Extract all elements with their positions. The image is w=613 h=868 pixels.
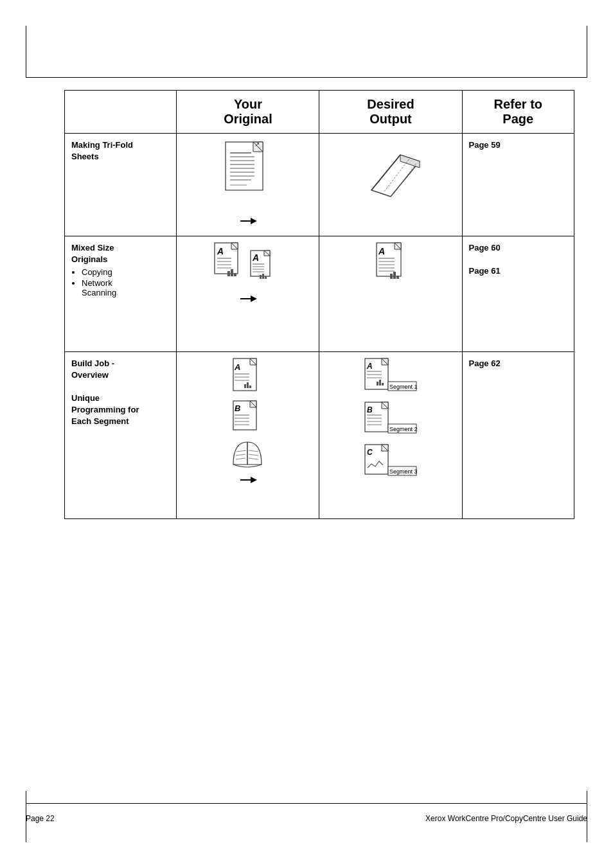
trifold-output-svg: [359, 139, 423, 203]
mixed-refer-text2: Page 61: [469, 266, 501, 276]
mixed-bullet-2: NetworkScanning: [82, 278, 170, 297]
feature-buildjob: Build Job -Overview UniqueProgramming fo…: [65, 352, 177, 519]
table-row: Build Job -Overview UniqueProgramming fo…: [65, 352, 574, 519]
svg-rect-58: [244, 384, 246, 388]
mixed-bullet-1: Copying: [82, 267, 170, 277]
segment1-svg: A Segment 1: [364, 357, 418, 397]
svg-rect-26: [227, 271, 230, 276]
svg-rect-60: [249, 385, 251, 388]
feature-trifold: Making Tri-FoldSheets: [65, 134, 177, 236]
header-desired: DesiredOutput: [367, 97, 414, 126]
buildjob-original-cell: A: [177, 352, 319, 519]
svg-rect-51: [396, 276, 399, 279]
buildjob-original-illustration: A: [183, 357, 312, 471]
footer-page-number: Page 22: [26, 814, 55, 823]
mixed-refer: Page 60 Page 61: [462, 236, 574, 352]
svg-rect-59: [247, 382, 249, 388]
header-line: [26, 77, 587, 78]
mixed-output-svg: A: [373, 242, 409, 290]
trifold-refer: Page 59: [462, 134, 574, 236]
trifold-output-cell: [319, 134, 462, 236]
arrow-icon: [239, 215, 257, 227]
buildjob-orig-doc-b: B: [230, 400, 265, 435]
svg-marker-40: [251, 296, 257, 302]
header-col1: [65, 91, 177, 134]
arrow-icon: [239, 292, 257, 305]
header-col2: YourOriginal: [177, 91, 319, 134]
border-top-right: [587, 26, 587, 77]
footer-line: [26, 803, 587, 804]
trifold-original-cell: ↗: [177, 134, 319, 236]
svg-text:C: C: [367, 448, 373, 457]
mixed-doc2-svg: A: [249, 242, 283, 290]
footer: Page 22 Xerox WorkCentre Pro/CopyCentre …: [26, 814, 587, 823]
feature-mixed: Mixed SizeOriginals Copying NetworkScann…: [65, 236, 177, 352]
header-col3: DesiredOutput: [319, 91, 462, 134]
segment3-container: C Segment 3: [364, 443, 418, 484]
buildjob-output-illustration: A Segment 1: [326, 357, 455, 484]
feature-table: YourOriginal DesiredOutput Refer toPage …: [64, 90, 574, 519]
main-content: YourOriginal DesiredOutput Refer toPage …: [64, 90, 574, 778]
segment1-container: A Segment 1: [364, 357, 418, 400]
mixed-output-cell: A: [319, 236, 462, 352]
svg-text:Segment 3: Segment 3: [389, 468, 418, 475]
segment2-svg: B Segment 2: [364, 401, 418, 439]
arrow-icon: [239, 474, 257, 486]
trifold-original-svg: ↗: [222, 139, 274, 209]
svg-text:A: A: [378, 246, 385, 256]
mixed-original-cell: A: [177, 236, 319, 352]
svg-text:A: A: [217, 246, 224, 256]
svg-text:B: B: [367, 405, 373, 414]
trifold-label: Making Tri-FoldSheets: [71, 140, 133, 161]
table-row: Making Tri-FoldSheets: [65, 134, 574, 236]
svg-rect-50: [393, 272, 396, 279]
border-top-left: [26, 26, 26, 77]
svg-text:Segment 2: Segment 2: [389, 426, 418, 432]
svg-text:↗: ↗: [254, 141, 260, 148]
svg-marker-76: [251, 477, 257, 483]
svg-rect-83: [377, 382, 378, 385]
svg-rect-37: [262, 274, 264, 279]
svg-rect-27: [231, 269, 233, 276]
svg-text:A: A: [234, 362, 240, 372]
buildjob-orig-book: [230, 439, 265, 471]
svg-rect-38: [265, 276, 267, 279]
header-col4: Refer toPage: [462, 91, 574, 134]
svg-marker-13: [251, 218, 257, 224]
segment3-svg: C Segment 3: [364, 443, 418, 482]
svg-rect-85: [382, 383, 384, 385]
buildjob-output-cell: A Segment 1: [319, 352, 462, 519]
svg-text:A: A: [252, 252, 259, 263]
segment2-container: B Segment 2: [364, 401, 418, 442]
mixed-refer-text1: Page 60: [469, 243, 501, 252]
svg-rect-36: [260, 275, 262, 279]
mixed-doc1-svg: A: [213, 242, 247, 290]
svg-rect-49: [390, 274, 393, 279]
buildjob-label: Build Job -Overview UniqueProgramming fo…: [71, 359, 139, 426]
buildjob-refer: Page 62: [462, 352, 574, 519]
table-row: Mixed SizeOriginals Copying NetworkScann…: [65, 236, 574, 352]
header-refer: Refer toPage: [493, 97, 542, 126]
svg-text:B: B: [235, 403, 240, 413]
mixed-label: Mixed SizeOriginals Copying NetworkScann…: [71, 243, 170, 297]
svg-rect-84: [379, 380, 381, 385]
mixed-original-illustration: A: [183, 242, 312, 290]
footer-title: Xerox WorkCentre Pro/CopyCentre User Gui…: [425, 814, 587, 823]
buildjob-orig-doc-a: A: [230, 357, 265, 396]
buildjob-refer-text: Page 62: [469, 359, 501, 368]
svg-rect-28: [234, 273, 236, 276]
header-your: YourOriginal: [224, 97, 272, 126]
svg-text:Segment 1: Segment 1: [389, 384, 418, 390]
trifold-refer-text: Page 59: [469, 140, 501, 150]
svg-text:A: A: [366, 362, 373, 371]
